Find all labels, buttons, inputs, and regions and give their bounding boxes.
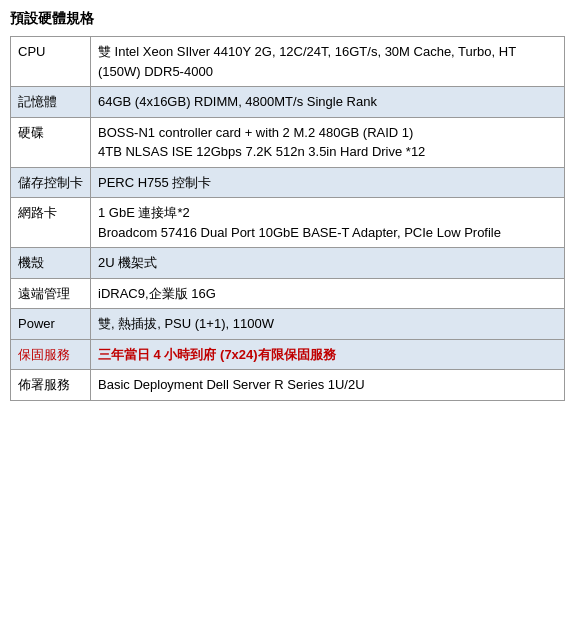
row-value: 64GB (4x16GB) RDIMM, 4800MT/s Single Ran… <box>91 87 565 118</box>
row-value: 雙, 熱插拔, PSU (1+1), 1100W <box>91 309 565 340</box>
row-value: Basic Deployment Dell Server R Series 1U… <box>91 370 565 401</box>
row-label: CPU <box>11 37 91 87</box>
spec-table: CPU雙 Intel Xeon SIlver 4410Y 2G, 12C/24T… <box>10 36 565 401</box>
row-label: 遠端管理 <box>11 278 91 309</box>
table-row: CPU雙 Intel Xeon SIlver 4410Y 2G, 12C/24T… <box>11 37 565 87</box>
row-label: 機殼 <box>11 248 91 279</box>
table-row: Power雙, 熱插拔, PSU (1+1), 1100W <box>11 309 565 340</box>
row-label: Power <box>11 309 91 340</box>
row-value: PERC H755 控制卡 <box>91 167 565 198</box>
page-title: 預設硬體規格 <box>10 10 565 28</box>
row-value: 1 GbE 連接埠*2Broadcom 57416 Dual Port 10Gb… <box>91 198 565 248</box>
table-row: 保固服務三年當日 4 小時到府 (7x24)有限保固服務 <box>11 339 565 370</box>
row-value: 2U 機架式 <box>91 248 565 279</box>
row-label: 儲存控制卡 <box>11 167 91 198</box>
table-row: 佈署服務Basic Deployment Dell Server R Serie… <box>11 370 565 401</box>
table-row: 記憶體64GB (4x16GB) RDIMM, 4800MT/s Single … <box>11 87 565 118</box>
table-row: 遠端管理iDRAC9,企業版 16G <box>11 278 565 309</box>
table-row: 硬碟BOSS-N1 controller card + with 2 M.2 4… <box>11 117 565 167</box>
row-label: 保固服務 <box>11 339 91 370</box>
row-value: 三年當日 4 小時到府 (7x24)有限保固服務 <box>91 339 565 370</box>
row-label: 記憶體 <box>11 87 91 118</box>
row-label: 網路卡 <box>11 198 91 248</box>
table-row: 機殼2U 機架式 <box>11 248 565 279</box>
row-value: BOSS-N1 controller card + with 2 M.2 480… <box>91 117 565 167</box>
table-row: 儲存控制卡PERC H755 控制卡 <box>11 167 565 198</box>
row-value: iDRAC9,企業版 16G <box>91 278 565 309</box>
row-label: 佈署服務 <box>11 370 91 401</box>
row-value: 雙 Intel Xeon SIlver 4410Y 2G, 12C/24T, 1… <box>91 37 565 87</box>
row-label: 硬碟 <box>11 117 91 167</box>
table-row: 網路卡1 GbE 連接埠*2Broadcom 57416 Dual Port 1… <box>11 198 565 248</box>
